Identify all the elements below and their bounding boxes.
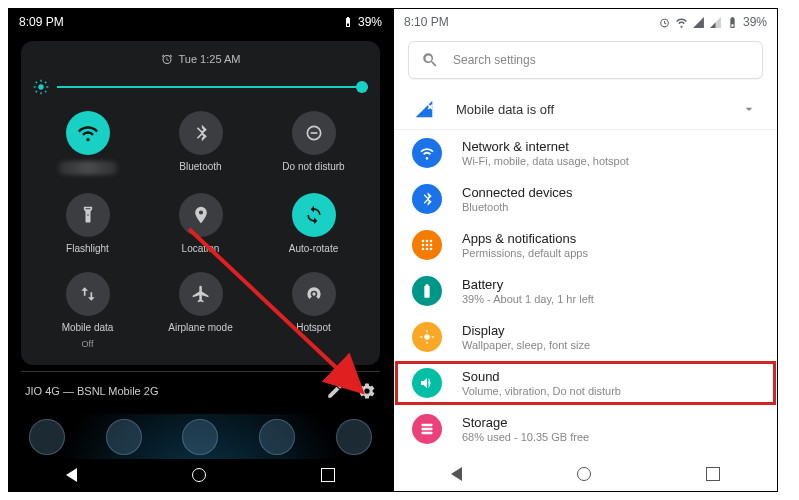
search-settings[interactable]: Search settings [408, 41, 763, 79]
tile-bluetooth[interactable]: Bluetooth [146, 105, 255, 181]
rotate-icon [292, 193, 336, 237]
display-icon [412, 322, 442, 352]
signal-off-icon [414, 99, 434, 119]
tile-airplane[interactable]: Airplane mode [146, 266, 255, 355]
wifi-icon [412, 138, 442, 168]
dock-app-1[interactable] [29, 419, 65, 455]
row-title: Network & internet [462, 139, 629, 154]
svg-point-13 [422, 240, 425, 243]
status-right-icons: 39% [658, 15, 767, 29]
qs-footer: JIO 4G — BSNL Mobile 2G [21, 371, 380, 410]
dock-app-5[interactable] [336, 419, 372, 455]
search-icon [421, 51, 439, 69]
row-title: Sound [462, 369, 621, 384]
tile-flashlight-label: Flashlight [66, 243, 109, 254]
tile-dnd[interactable]: Do not disturb [259, 105, 368, 181]
brightness-slider[interactable] [33, 75, 368, 105]
airplane-icon [179, 272, 223, 316]
apps-icon [412, 230, 442, 260]
brightness-icon [33, 79, 49, 95]
tile-hotspot-label: Hotspot [296, 322, 330, 333]
status-time: 8:09 PM [19, 15, 64, 29]
sound-icon [412, 368, 442, 398]
carrier-text: JIO 4G — BSNL Mobile 2G [25, 385, 158, 397]
signal-2-icon [709, 16, 722, 29]
svg-rect-29 [422, 432, 433, 435]
svg-line-5 [36, 82, 37, 83]
row-sub: Bluetooth [462, 201, 573, 213]
tile-bluetooth-label: Bluetooth [179, 161, 221, 172]
status-bar: 8:10 PM 39% [394, 9, 777, 35]
tile-autorotate[interactable]: Auto-rotate [259, 187, 368, 260]
tile-hotspot[interactable]: Hotspot [259, 266, 368, 355]
svg-point-14 [426, 240, 429, 243]
gear-icon[interactable] [358, 382, 376, 400]
nav-back-icon[interactable] [451, 467, 462, 481]
dnd-icon [292, 111, 336, 155]
bluetooth-icon [412, 184, 442, 214]
svg-point-20 [426, 248, 429, 251]
row-network[interactable]: Network & internetWi-Fi, mobile, data us… [394, 130, 777, 176]
tile-mobiledata-label: Mobile data [62, 322, 114, 333]
row-title: Connected devices [462, 185, 573, 200]
row-sub: Volume, vibration, Do not disturb [462, 385, 621, 397]
status-time: 8:10 PM [404, 15, 449, 29]
row-title: Battery [462, 277, 594, 292]
row-sub: 39% - About 1 day, 1 hr left [462, 293, 594, 305]
nav-bar [394, 457, 777, 491]
bluetooth-icon [179, 111, 223, 155]
row-sound[interactable]: SoundVolume, vibration, Do not disturb [394, 360, 777, 406]
tile-location-label: Location [182, 243, 220, 254]
svg-line-6 [45, 91, 46, 92]
alarm-icon [658, 16, 671, 29]
wifi-icon [675, 16, 688, 29]
row-connected[interactable]: Connected devicesBluetooth [394, 176, 777, 222]
nav-back-icon[interactable] [66, 468, 77, 482]
row-title: Storage [462, 415, 589, 430]
nav-recent-icon[interactable] [706, 467, 720, 481]
row-apps[interactable]: Apps & notificationsPermissions, default… [394, 222, 777, 268]
suggestion-row[interactable]: Mobile data is off [394, 89, 777, 130]
suggestion-text: Mobile data is off [456, 102, 719, 117]
tile-autorotate-label: Auto-rotate [289, 243, 338, 254]
storage-icon [412, 414, 442, 444]
brightness-track[interactable] [57, 86, 368, 88]
tile-wifi-label-blurred [58, 161, 118, 175]
row-display[interactable]: DisplayWallpaper, sleep, font size [394, 314, 777, 360]
alarm-line[interactable]: Tue 1:25 AM [33, 49, 368, 75]
nav-home-icon[interactable] [577, 467, 591, 481]
tile-location[interactable]: Location [146, 187, 255, 260]
dock-app-2[interactable] [106, 419, 142, 455]
tile-dnd-label: Do not disturb [282, 161, 344, 172]
tile-wifi[interactable] [33, 105, 142, 181]
qs-tiles-grid: Bluetooth Do not disturb Flashlight [33, 105, 368, 365]
edit-icon[interactable] [326, 382, 344, 400]
quick-settings-panel: Tue 1:25 AM Bluet [21, 41, 380, 365]
battery-icon [412, 276, 442, 306]
status-bar: 8:09 PM 39% [9, 9, 392, 35]
row-battery[interactable]: Battery39% - About 1 day, 1 hr left [394, 268, 777, 314]
dock-app-3[interactable] [182, 419, 218, 455]
tile-flashlight[interactable]: Flashlight [33, 187, 142, 260]
dock-app-4[interactable] [259, 419, 295, 455]
row-storage[interactable]: Storage68% used - 10.35 GB free [394, 406, 777, 452]
svg-rect-27 [422, 424, 433, 427]
tile-mobiledata-sublabel: Off [82, 339, 94, 349]
tile-mobiledata[interactable]: Mobile data Off [33, 266, 142, 355]
status-battery: 39% [358, 15, 382, 29]
phone-settings: 8:10 PM 39% Search settings Mobile data … [393, 8, 778, 492]
battery-icon [726, 16, 739, 29]
svg-point-16 [422, 244, 425, 247]
signal-icon [692, 16, 705, 29]
svg-point-21 [430, 248, 433, 251]
tile-airplane-label: Airplane mode [168, 322, 232, 333]
row-title: Display [462, 323, 590, 338]
row-sub: Wallpaper, sleep, font size [462, 339, 590, 351]
search-placeholder: Search settings [453, 53, 536, 67]
nav-bar [9, 459, 392, 491]
svg-point-17 [426, 244, 429, 247]
nav-recent-icon[interactable] [321, 468, 335, 482]
settings-list: Network & internetWi-Fi, mobile, data us… [394, 130, 777, 457]
nav-home-icon[interactable] [192, 468, 206, 482]
svg-point-18 [430, 244, 433, 247]
